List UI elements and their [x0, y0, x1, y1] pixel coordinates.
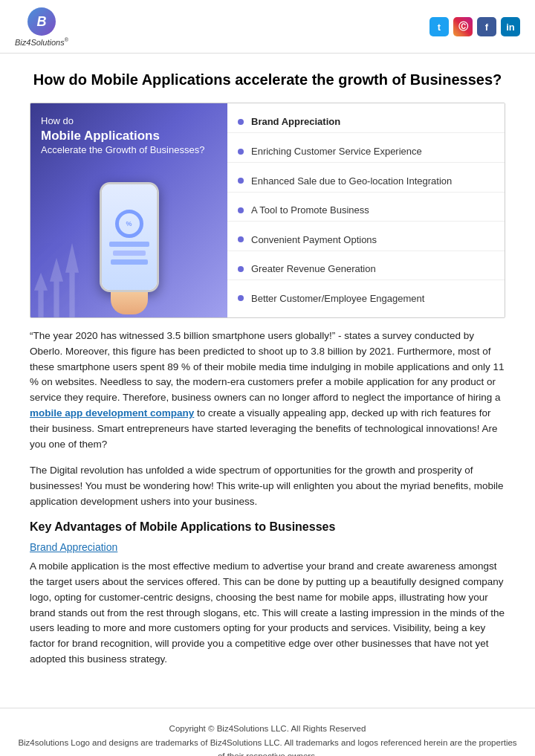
list-dot [238, 119, 244, 125]
list-item: Brand Appreciation [227, 111, 505, 133]
body-paragraph-1: “The year 2020 has witnessed 3.5 billion… [30, 329, 505, 453]
infographic-left-title: How do Mobile Applications Accelerate th… [41, 115, 217, 157]
list-item: Enhanced Sale due to Geo-location Integr… [227, 170, 505, 193]
infographic-left: How do Mobile Applications Accelerate th… [30, 103, 227, 317]
social-icons: t Ⓒ f in [429, 17, 520, 36]
infographic: How do Mobile Applications Accelerate th… [30, 103, 505, 318]
brand-appreciation-body: A mobile application is the most effecti… [30, 559, 505, 668]
list-item: A Tool to Promote Business [227, 199, 505, 222]
list-item: Enriching Customer Service Experience [227, 140, 505, 163]
key-advantages-heading: Key Advantages of Mobile Applications to… [30, 520, 505, 534]
logo: B Biz4Solutions® [15, 7, 68, 47]
list-dot [238, 266, 244, 272]
page-title: How do Mobile Applications accelerate th… [30, 54, 505, 103]
info-item-label: Enhanced Sale due to Geo-location Integr… [251, 175, 452, 187]
linkedin-icon[interactable]: in [501, 17, 520, 36]
footer-trademark: Biz4solutions Logo and designs are trade… [15, 736, 520, 756]
logo-icon: B [27, 7, 56, 36]
phone-bar-3 [111, 259, 148, 265]
info-item-label: A Tool to Promote Business [251, 204, 369, 216]
arrow-icon-3 [65, 243, 79, 317]
logo-letter: B [36, 14, 46, 30]
instagram-glyph: Ⓒ [458, 20, 468, 33]
list-item: Convenient Payment Options [227, 229, 505, 251]
list-dot [238, 149, 244, 155]
phone-chart-circle: % [115, 210, 143, 238]
infographic-right: Brand Appreciation Enriching Customer Se… [227, 103, 505, 317]
phone-bar-2 [113, 251, 146, 256]
info-item-label: Brand Appreciation [251, 116, 340, 127]
main-content: How do Mobile Applications accelerate th… [0, 54, 535, 701]
info-item-label: Enriching Customer Service Experience [251, 146, 422, 157]
list-item: Better Customer/Employee Engagement [227, 288, 505, 309]
list-dot [238, 207, 244, 213]
decorative-arrows [34, 228, 79, 317]
info-item-label: Better Customer/Employee Engagement [251, 293, 424, 304]
arrow-icon-2 [50, 258, 63, 317]
twitter-icon[interactable]: t [429, 17, 449, 36]
phone-body: % [100, 182, 159, 292]
info-item-label: Convenient Payment Options [251, 234, 377, 245]
instagram-icon[interactable]: Ⓒ [453, 17, 473, 36]
list-item: Greater Revenue Generation [227, 258, 505, 280]
list-dot [238, 295, 244, 301]
header: B Biz4Solutions® t Ⓒ f in [0, 0, 535, 54]
list-dot [238, 236, 244, 242]
arrow-icon-1 [34, 273, 48, 317]
phone-bar-1 [109, 242, 149, 247]
phone-illustration: % [92, 182, 166, 308]
facebook-icon[interactable]: f [477, 17, 496, 36]
brand-appreciation-heading: Brand Appreciation [30, 541, 505, 553]
logo-name: Biz4Solutions® [15, 37, 68, 47]
list-dot [238, 178, 244, 184]
body-paragraph-2: The Digital revolution has unfolded a wi… [30, 463, 505, 510]
footer: Copyright © Biz4Solutions LLC. All Right… [0, 708, 535, 756]
info-item-label: Greater Revenue Generation [251, 263, 376, 274]
mobile-app-link[interactable]: mobile app development company [30, 407, 194, 419]
phone-hand [111, 292, 148, 314]
footer-copyright: Copyright © Biz4Solutions LLC. All Right… [15, 722, 520, 735]
phone-screen: % [102, 184, 157, 290]
